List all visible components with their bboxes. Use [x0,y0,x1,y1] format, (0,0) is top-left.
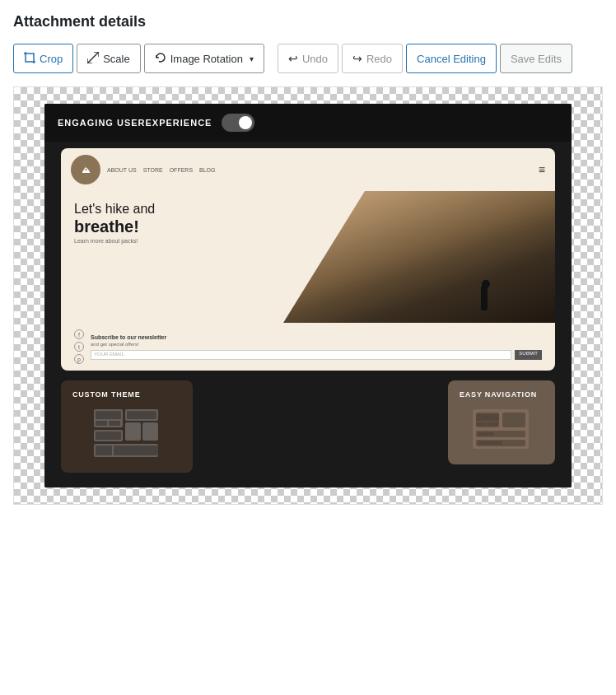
easy-nav-icon [473,409,530,450]
newsletter-email-field: YOUR EMAIL [91,350,511,360]
svg-rect-2 [96,411,121,419]
custom-theme-card: CUSTOM THEME [61,380,193,473]
svg-rect-4 [109,421,120,426]
scale-icon [87,52,99,66]
cancel-editing-button[interactable]: Cancel Editing [406,44,497,73]
svg-rect-21 [478,432,494,436]
newsletter-area: Subscribe to our newsletter and get spec… [91,334,542,360]
crop-icon [24,52,35,66]
redo-button[interactable]: ↪ Redo [342,44,403,73]
easy-nav-title: EASY NAVIGATION [460,390,544,399]
scale-button[interactable]: Scale [77,44,141,73]
newsletter-subtitle: and get special offers! [91,342,542,347]
svg-rect-16 [476,414,499,421]
website-footer: f t p Subscribe to our newsletter and ge… [61,323,555,371]
page-title: Attachment details [13,13,603,30]
newsletter-submit-btn[interactable]: SUBMIT [515,350,542,360]
svg-rect-13 [114,445,158,455]
social-icons: f t p [74,329,84,364]
toggle-switch[interactable] [222,114,254,132]
undo-button[interactable]: ↩ Undo [278,44,338,73]
redo-icon: ↪ [352,52,362,65]
feature-cards-row: CUSTOM THEME [53,377,563,481]
easy-navigation-card: EASY NAVIGATION [448,380,555,464]
toggle-label-text: ENGAGING USEREXPERIENCE [58,118,212,128]
svg-rect-19 [502,413,525,427]
image-canvas: ENGAGING USEREXPERIENCE ⛰ ABOUT US STORE… [44,104,572,487]
svg-line-0 [87,52,99,63]
svg-rect-8 [142,422,158,441]
rotation-icon [155,52,166,66]
dropdown-arrow-icon: ▾ [250,54,254,63]
hero-text: Let's hike and breathe! Learn more about… [61,191,555,323]
svg-rect-3 [96,421,107,426]
save-edits-button[interactable]: Save Edits [500,44,572,73]
website-preview-card: ⛰ ABOUT US STORE OFFERS BLOG ≡ Let's hik… [61,148,555,371]
svg-rect-7 [125,422,141,441]
undo-icon: ↩ [288,52,298,65]
custom-theme-title: CUSTOM THEME [72,390,181,399]
toggle-bar: ENGAGING USEREXPERIENCE [44,104,572,142]
easy-nav-icon-area [460,405,544,455]
newsletter-input-row: YOUR EMAIL SUBMIT [91,350,542,360]
custom-theme-icon [94,409,160,459]
toolbar: Crop Scale Image Rotation ▾ ↩ Undo ↪ Red… [13,44,603,73]
svg-rect-17 [476,422,487,426]
crop-button[interactable]: Crop [13,44,73,73]
website-hero: Let's hike and breathe! Learn more about… [61,191,555,323]
hero-sub-text: Learn more about packs! [74,238,542,244]
nav-links: ABOUT US STORE OFFERS BLOG [107,167,532,173]
svg-rect-23 [478,441,502,445]
image-rotation-button[interactable]: Image Rotation ▾ [144,44,264,73]
svg-rect-10 [96,431,121,440]
hero-bold-text: breathe! [74,218,542,235]
custom-theme-icon-area [72,405,181,463]
website-nav: ⛰ ABOUT US STORE OFFERS BLOG ≡ [61,148,555,191]
website-logo: ⛰ [71,155,100,184]
hero-text-1: Let's hike and [74,201,542,217]
svg-rect-18 [488,422,498,426]
hamburger-icon: ≡ [539,163,545,176]
svg-rect-12 [96,445,112,455]
newsletter-title: Subscribe to our newsletter [91,334,542,340]
svg-rect-6 [127,411,156,419]
image-canvas-wrapper: ENGAGING USEREXPERIENCE ⛰ ABOUT US STORE… [13,86,603,505]
